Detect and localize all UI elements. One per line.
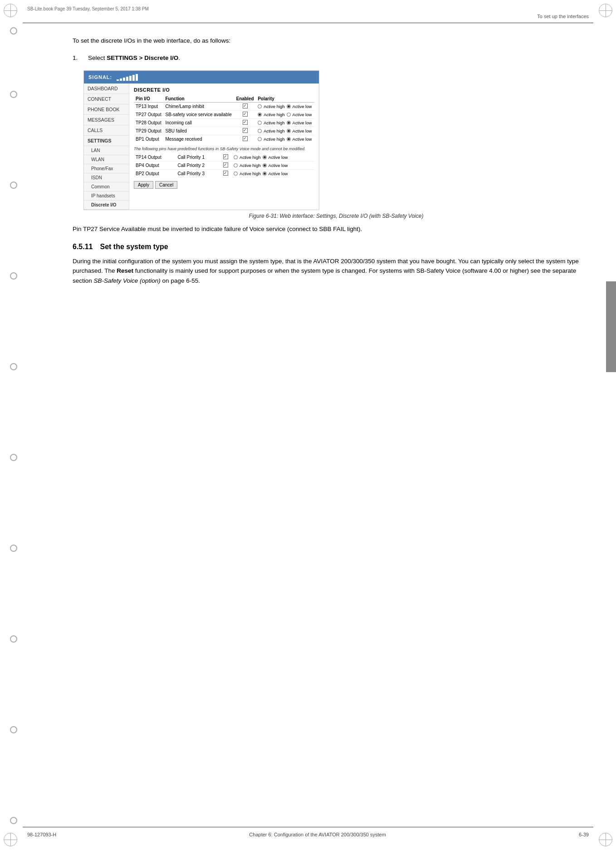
figure-buttons: Apply Cancel bbox=[134, 181, 314, 189]
radio-low-bp2[interactable] bbox=[263, 172, 267, 176]
pin-tp27: TP27 Output bbox=[134, 110, 164, 118]
corner-mark-tl bbox=[4, 4, 17, 17]
polarity-tp29: Active high Active low bbox=[256, 127, 314, 135]
bar-3 bbox=[123, 78, 125, 81]
radio-low-tp13[interactable] bbox=[287, 104, 291, 108]
spiral-mark bbox=[10, 454, 17, 461]
radio-high-bp1[interactable] bbox=[258, 137, 262, 141]
enabled-bp4[interactable] bbox=[220, 161, 232, 169]
radio-high-bp2[interactable] bbox=[234, 172, 238, 176]
sidebar-item-messages[interactable]: MESSAGES bbox=[84, 115, 129, 125]
sidebar-item-lan[interactable]: LAN bbox=[84, 146, 129, 155]
bar-7 bbox=[136, 74, 138, 81]
enabled-tp14[interactable] bbox=[220, 153, 232, 162]
checkbox-tp13[interactable] bbox=[243, 103, 248, 108]
body-paragraph: During the initial configuration of the … bbox=[73, 256, 589, 286]
radio-low-tp27[interactable] bbox=[287, 113, 291, 117]
section-title: Set the system type bbox=[100, 243, 168, 251]
radio-high-bp4[interactable] bbox=[234, 163, 238, 167]
enabled-tp27[interactable] bbox=[235, 110, 256, 118]
checkbox-bp2[interactable] bbox=[223, 171, 228, 176]
checkbox-tp14[interactable] bbox=[223, 154, 228, 159]
table-row: BP1 Output Message received Active high … bbox=[134, 135, 314, 143]
radio-low-bp1[interactable] bbox=[287, 137, 291, 141]
sidebar-item-discreteio[interactable]: Discrete I/O bbox=[84, 201, 129, 210]
spiral-mark bbox=[10, 91, 17, 98]
bar-5 bbox=[129, 76, 132, 81]
predefined-note: The following pins have predefined funct… bbox=[134, 147, 314, 151]
signal-bars bbox=[117, 74, 138, 81]
radio-high-tp29[interactable] bbox=[258, 129, 262, 133]
header-line bbox=[23, 23, 593, 23]
figure-section-title: DISCRETE I/O bbox=[134, 87, 314, 93]
step-text: Select SETTINGS > Discrete I/O. bbox=[88, 54, 180, 63]
polarity-tp14: Active high Active low bbox=[232, 153, 314, 162]
discrete-io-table: Pin I/O Function Enabled Polarity TP13 I… bbox=[134, 95, 314, 143]
radio-high-tp27[interactable] bbox=[258, 113, 262, 117]
sidebar-item-isdn[interactable]: ISDN bbox=[84, 173, 129, 182]
polarity-bp1: Active high Active low bbox=[256, 135, 314, 143]
sidebar-item-dashboard[interactable]: DASHBOARD bbox=[84, 84, 129, 94]
intro-paragraph: To set the discrete I/Os in the web inte… bbox=[73, 36, 589, 45]
col-polarity: Polarity bbox=[256, 95, 314, 103]
right-sidebar-bar bbox=[606, 281, 616, 372]
sidebar-item-settings[interactable]: SETTINGS bbox=[84, 136, 129, 146]
spiral-mark bbox=[10, 272, 17, 280]
reset-bold: Reset bbox=[117, 267, 133, 274]
radio-low-tp29[interactable] bbox=[287, 129, 291, 133]
figure-box: SIGNAL: DASHBOARD CONNECT PHONE BOO bbox=[83, 70, 319, 210]
spiral-mark bbox=[10, 363, 17, 370]
sidebar-item-common[interactable]: Common bbox=[84, 182, 129, 192]
corner-mark-br bbox=[599, 833, 612, 846]
enabled-tp28[interactable] bbox=[235, 118, 256, 127]
footer-chapter: Chapter 6: Configuration of the AVIATOR … bbox=[249, 832, 386, 837]
page-header-right: To set up the interfaces bbox=[537, 14, 589, 19]
spiral-mark bbox=[10, 726, 17, 733]
sidebar-item-calls[interactable]: CALLS bbox=[84, 125, 129, 136]
cancel-button[interactable]: Cancel bbox=[155, 181, 177, 189]
figure-header: SIGNAL: bbox=[84, 71, 319, 84]
checkbox-tp27[interactable] bbox=[243, 112, 248, 117]
func-incoming: Incoming call bbox=[164, 118, 235, 127]
checkbox-tp28[interactable] bbox=[243, 120, 248, 125]
table-row: BP4 Output Call Priority 2 Active high A… bbox=[134, 161, 314, 169]
radio-high-tp14[interactable] bbox=[234, 155, 238, 159]
enabled-tp29[interactable] bbox=[235, 127, 256, 135]
bar-4 bbox=[126, 77, 128, 81]
figure-body: DASHBOARD CONNECT PHONE BOOK MESSAGES CA… bbox=[84, 84, 319, 210]
sidebar-item-connect[interactable]: CONNECT bbox=[84, 94, 129, 104]
radio-low-tp28[interactable] bbox=[287, 121, 291, 125]
radio-low-bp4[interactable] bbox=[263, 163, 267, 167]
radio-high-tp28[interactable] bbox=[258, 121, 262, 125]
apply-button[interactable]: Apply bbox=[134, 181, 153, 189]
predefined-table: TP14 Output Call Priority 1 Active high … bbox=[134, 153, 314, 177]
sidebar-item-iphandsets[interactable]: IP handsets bbox=[84, 192, 129, 201]
radio-high-tp13[interactable] bbox=[258, 104, 262, 108]
bar-6 bbox=[132, 75, 135, 81]
func-chime: Chime/Lamp inhibit bbox=[164, 102, 235, 110]
enabled-bp1[interactable] bbox=[235, 135, 256, 143]
checkbox-tp29[interactable] bbox=[243, 128, 248, 133]
radio-low-tp14[interactable] bbox=[263, 155, 267, 159]
polarity-bp2: Active high Active low bbox=[232, 169, 314, 177]
sidebar-item-phonebook[interactable]: PHONE BOOK bbox=[84, 104, 129, 115]
section-heading: 6.5.11Set the system type bbox=[73, 243, 589, 251]
enabled-bp2[interactable] bbox=[220, 169, 232, 177]
page-footer: 98-127093-H Chapter 6: Configuration of … bbox=[27, 832, 589, 837]
table-row: TP13 Input Chime/Lamp inhibit Active hig… bbox=[134, 102, 314, 110]
polarity-tp28: Active high Active low bbox=[256, 118, 314, 127]
footer-page-number: 6-39 bbox=[579, 832, 589, 837]
table-row: TP28 Output Incoming call Active high Ac… bbox=[134, 118, 314, 127]
polarity-tp13: Active high Active low bbox=[256, 102, 314, 110]
figure-main-panel: DISCRETE I/O Pin I/O Function Enabled Po… bbox=[129, 84, 319, 210]
pin-bp4: BP4 Output bbox=[134, 161, 176, 169]
func-message: Message received bbox=[164, 135, 235, 143]
sidebar-item-phonefax[interactable]: Phone/Fax bbox=[84, 164, 129, 173]
func-sbu-failed: SBU failed bbox=[164, 127, 235, 135]
checkbox-bp1[interactable] bbox=[243, 136, 248, 141]
checkbox-bp4[interactable] bbox=[223, 162, 228, 167]
spiral-mark bbox=[10, 27, 17, 34]
enabled-tp13[interactable] bbox=[235, 102, 256, 110]
col-enabled: Enabled bbox=[235, 95, 256, 103]
sidebar-item-wlan[interactable]: WLAN bbox=[84, 155, 129, 164]
